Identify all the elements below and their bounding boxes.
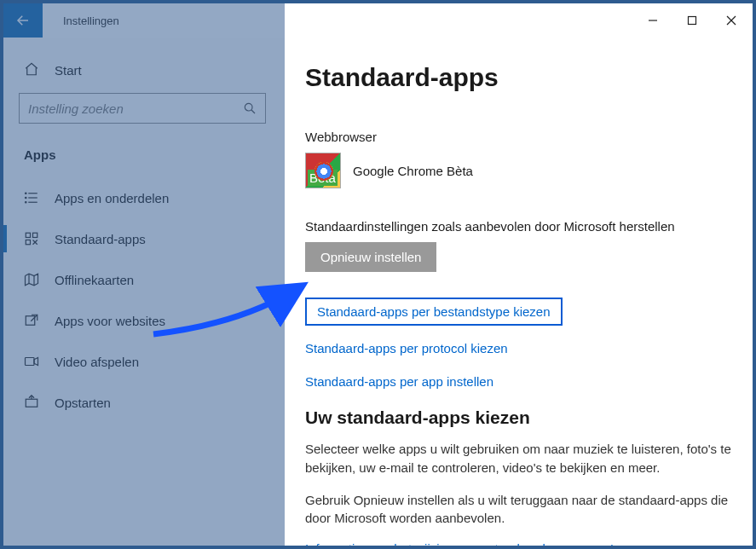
- defaults-icon: [24, 231, 39, 246]
- link-by-protocol[interactable]: Standaard-apps per protocol kiezen: [305, 341, 732, 355]
- open-external-icon: [24, 313, 39, 328]
- reset-button[interactable]: Opnieuw instellen: [305, 242, 436, 272]
- page-title: Standaard-apps: [305, 63, 732, 92]
- list-icon: [24, 190, 39, 205]
- sidebar-item-offline-maps[interactable]: Offlinekaarten: [19, 259, 269, 300]
- svg-rect-20: [26, 316, 35, 326]
- titlebar: Instellingen: [3, 3, 753, 38]
- svg-rect-13: [26, 233, 30, 237]
- minimize-icon: [648, 15, 658, 26]
- svg-rect-22: [26, 358, 35, 366]
- sidebar-home-label: Start: [55, 63, 82, 78]
- startup-icon: [24, 395, 39, 410]
- webbrowser-app-tile[interactable]: Beta Google Chrome Bèta: [305, 153, 732, 188]
- sidebar-item-default-apps[interactable]: Standaard-apps: [19, 218, 269, 259]
- maximize-icon: [687, 15, 697, 26]
- sidebar-item-label: Offlinekaarten: [55, 273, 134, 287]
- svg-line-6: [251, 110, 255, 113]
- arrow-left-icon: [15, 13, 31, 28]
- back-button[interactable]: [3, 3, 43, 38]
- link-by-filetype-text[interactable]: Standaard-apps per bestandstype kiezen: [317, 304, 551, 319]
- search-icon: [243, 101, 257, 115]
- content-pane: Standaard-apps Webbrowser Beta Google Ch…: [285, 38, 753, 546]
- search-box[interactable]: [19, 93, 266, 124]
- svg-rect-15: [33, 233, 38, 237]
- minimize-button[interactable]: [633, 3, 672, 38]
- svg-point-10: [26, 193, 27, 194]
- svg-rect-14: [26, 240, 30, 245]
- video-icon: [24, 354, 39, 369]
- sidebar-item-label: Video afspelen: [55, 355, 139, 369]
- svg-marker-23: [34, 358, 38, 366]
- search-input[interactable]: [28, 101, 243, 116]
- home-icon: [24, 61, 39, 79]
- webbrowser-app-name: Google Chrome Bèta: [353, 164, 473, 178]
- close-icon: [726, 15, 736, 26]
- sidebar-item-apps-websites[interactable]: Apps voor websites: [19, 300, 269, 341]
- sidebar-section-header: Apps: [19, 142, 269, 177]
- sidebar-item-video-playback[interactable]: Video afspelen: [19, 341, 269, 382]
- svg-point-12: [26, 202, 27, 204]
- sidebar: Start Apps Apps en onderdelen Standaard-…: [3, 38, 285, 546]
- svg-rect-2: [689, 17, 696, 25]
- svg-rect-24: [26, 399, 38, 407]
- sidebar-item-label: Standaard-apps: [55, 232, 146, 246]
- sidebar-item-label: Apps en onderdelen: [55, 191, 169, 205]
- link-more-info[interactable]: Informatie over het wijzigen van standaa…: [305, 541, 732, 546]
- map-icon: [24, 272, 39, 287]
- sidebar-item-startup[interactable]: Opstarten: [19, 382, 269, 423]
- link-by-filetype[interactable]: Standaard-apps per bestandstype kiezen: [305, 298, 563, 326]
- sidebar-home[interactable]: Start: [19, 51, 269, 93]
- help-text-2: Gebruik Opnieuw instellen als u wilt ter…: [305, 491, 732, 529]
- reset-text: Standaardinstellingen zoals aanbevolen d…: [305, 219, 732, 234]
- close-button[interactable]: [712, 3, 751, 38]
- maximize-button[interactable]: [672, 3, 712, 38]
- section2-title: Uw standaard-apps kiezen: [305, 407, 732, 428]
- help-text-1: Selecteer welke apps u wilt gebruiken om…: [305, 440, 732, 477]
- svg-point-11: [26, 197, 27, 199]
- webbrowser-label: Webbrowser: [305, 130, 732, 144]
- sidebar-item-apps-features[interactable]: Apps en onderdelen: [19, 177, 269, 218]
- sidebar-item-label: Apps voor websites: [55, 314, 165, 328]
- window-title: Instellingen: [63, 14, 119, 27]
- sidebar-item-label: Opstarten: [55, 396, 111, 410]
- svg-point-5: [245, 103, 252, 111]
- link-by-app[interactable]: Standaard-apps per app instellen: [305, 374, 732, 389]
- chrome-beta-icon: Beta: [305, 153, 341, 188]
